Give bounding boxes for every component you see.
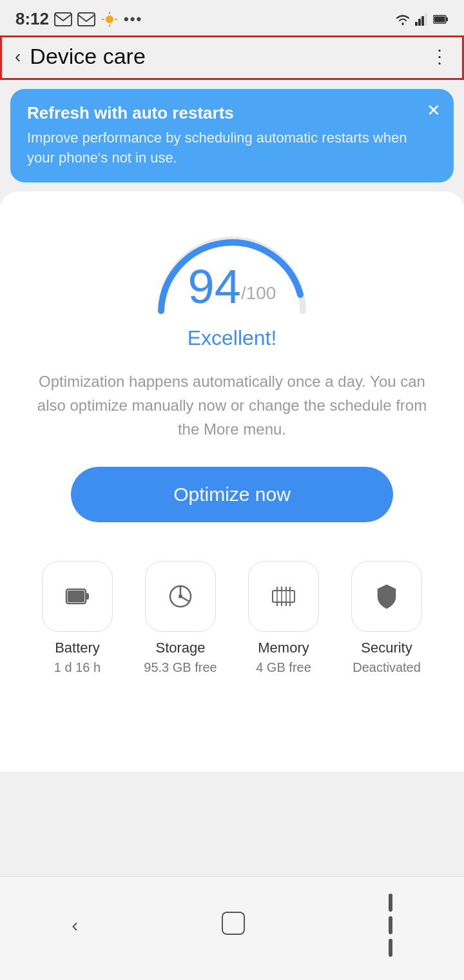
battery-sublabel: 1 d 16 h (54, 660, 101, 675)
battery-status-icon (433, 14, 449, 24)
svg-point-19 (179, 594, 182, 598)
wifi-icon (394, 13, 411, 26)
gauge-container: 94/100 (142, 217, 322, 317)
svg-point-7 (402, 23, 404, 24)
memory-sublabel: 4 GB free (256, 660, 311, 675)
svg-rect-20 (273, 591, 295, 602)
auto-restart-banner: Refresh with auto restarts Improve perfo… (10, 89, 454, 182)
storage-icon-circle (145, 561, 216, 632)
more-options-button[interactable]: ⋮ (430, 46, 449, 67)
svg-point-2 (106, 15, 113, 23)
time-label: 8:12 (15, 9, 49, 29)
svg-rect-0 (55, 13, 72, 26)
score-max: /100 (241, 282, 276, 302)
svg-rect-16 (86, 593, 89, 600)
main-card: 94/100 Excellent! Optimization happens a… (0, 191, 464, 772)
battery-icon-circle (42, 561, 113, 632)
svg-rect-11 (425, 14, 427, 26)
svg-rect-13 (446, 17, 448, 21)
security-label: Security (361, 640, 412, 656)
banner-title: Refresh with auto restarts (27, 103, 418, 123)
optimize-description: Optimization happens automatically once … (32, 369, 432, 442)
bottom-navigation: ‹ (0, 876, 464, 980)
bottom-icons-row: Battery 1 d 16 h Storage 95.3 GB free (19, 554, 445, 688)
memory-item[interactable]: Memory 4 GB free (232, 561, 335, 675)
signal-icon (415, 13, 429, 26)
battery-label: Battery (55, 640, 100, 656)
optimize-now-button[interactable]: Optimize now (71, 467, 393, 522)
score-section: 94/100 Excellent! (19, 217, 445, 350)
storage-label: Storage (155, 640, 205, 656)
header: ‹ Device care ⋮ (0, 35, 464, 80)
security-icon (371, 580, 403, 612)
battery-icon (61, 580, 93, 612)
more-dots: ••• (124, 11, 142, 28)
page-title: Device care (30, 44, 146, 69)
security-icon-circle (351, 561, 422, 632)
svg-rect-8 (415, 22, 418, 26)
status-icons (394, 13, 449, 26)
storage-item[interactable]: Storage 95.3 GB free (129, 561, 232, 675)
storage-icon (164, 580, 197, 612)
svg-rect-14 (434, 16, 445, 22)
banner-description: Improve performance by scheduling automa… (27, 128, 418, 168)
score-label: Excellent! (188, 326, 277, 350)
storage-sublabel: 95.3 GB free (144, 660, 217, 675)
score-text: 94/100 (188, 263, 276, 311)
svg-rect-1 (78, 13, 95, 26)
back-button[interactable]: ‹ (15, 46, 21, 67)
banner-close-button[interactable]: ✕ (427, 101, 441, 121)
nav-recents-button[interactable] (369, 888, 412, 962)
email-icon (54, 12, 72, 26)
svg-rect-17 (68, 591, 84, 602)
svg-rect-9 (418, 19, 421, 26)
score-value: 94 (188, 260, 241, 313)
nav-back-button[interactable]: ‹ (52, 909, 97, 941)
security-item[interactable]: Security Deactivated (335, 561, 438, 675)
weather-icon (101, 10, 119, 28)
memory-label: Memory (258, 640, 309, 656)
memory-icon (267, 580, 300, 612)
header-left: ‹ Device care (15, 44, 146, 69)
svg-rect-10 (421, 16, 424, 26)
security-sublabel: Deactivated (353, 660, 421, 675)
status-bar: 8:12 ••• (0, 0, 464, 35)
nav-home-button[interactable] (202, 906, 264, 945)
home-square-icon (222, 912, 245, 935)
memory-icon-circle (248, 561, 319, 632)
status-time: 8:12 ••• (15, 9, 142, 29)
recents-icon (389, 894, 392, 957)
gmail-icon (77, 12, 95, 26)
battery-item[interactable]: Battery 1 d 16 h (26, 561, 129, 675)
